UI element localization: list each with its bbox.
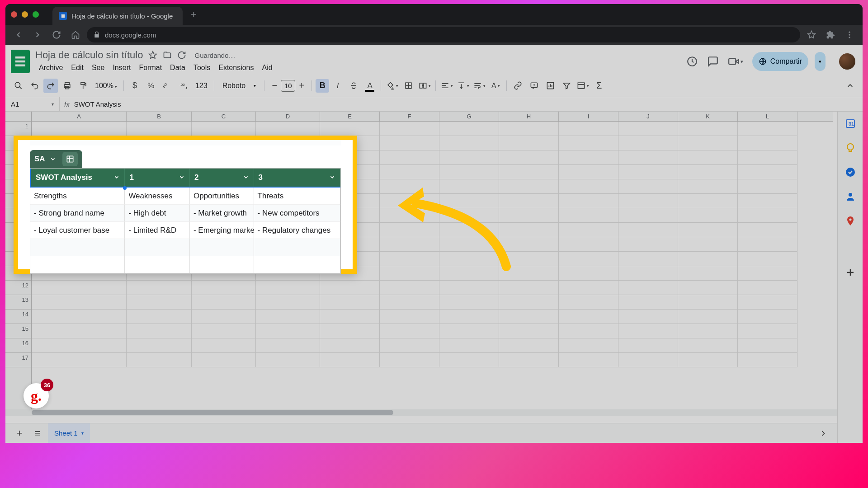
cell[interactable]: [559, 136, 618, 150]
swot-header-cell[interactable]: 2: [190, 169, 254, 187]
column-header[interactable]: K: [678, 112, 738, 121]
cloud-sync-icon[interactable]: [177, 51, 186, 60]
cell[interactable]: [678, 266, 738, 281]
cell[interactable]: [618, 310, 678, 324]
cell[interactable]: [559, 295, 618, 310]
cell[interactable]: [678, 223, 738, 237]
cell[interactable]: [192, 310, 256, 324]
swot-cell[interactable]: - Emerging marke: [190, 222, 254, 239]
cell[interactable]: [678, 136, 738, 150]
cell[interactable]: [559, 310, 618, 324]
cell[interactable]: [559, 252, 618, 266]
share-dropdown-button[interactable]: ▾: [815, 52, 826, 71]
cell[interactable]: [32, 324, 127, 338]
italic-button[interactable]: I: [331, 81, 344, 90]
all-sheets-button[interactable]: ≡: [30, 426, 45, 441]
menu-tools[interactable]: Tools: [190, 62, 214, 74]
text-color-button[interactable]: A: [363, 79, 377, 93]
forward-button[interactable]: [30, 27, 45, 42]
cell[interactable]: [618, 165, 678, 179]
home-button[interactable]: [68, 27, 83, 42]
cell[interactable]: [32, 353, 127, 367]
extensions-button[interactable]: [823, 27, 838, 42]
decrease-font-button[interactable]: −: [268, 80, 281, 92]
swot-header-cell[interactable]: 3: [254, 169, 340, 187]
cell[interactable]: [499, 150, 559, 165]
cell[interactable]: [678, 179, 738, 194]
cell[interactable]: [320, 353, 380, 367]
column-header[interactable]: A: [32, 112, 127, 121]
reload-button[interactable]: [49, 27, 64, 42]
cell[interactable]: [380, 338, 439, 353]
cell[interactable]: [380, 281, 439, 295]
maximize-window-button[interactable]: [33, 11, 39, 18]
column-header[interactable]: H: [499, 112, 559, 121]
sheets-logo-icon[interactable]: [11, 50, 30, 73]
currency-icon[interactable]: $: [127, 79, 142, 93]
cell[interactable]: [439, 122, 499, 136]
cell[interactable]: [380, 295, 439, 310]
cell[interactable]: [192, 324, 256, 338]
search-menus-icon[interactable]: [11, 79, 25, 93]
cell[interactable]: [678, 122, 738, 136]
fill-color-button[interactable]: [385, 79, 399, 93]
print-icon[interactable]: [60, 79, 74, 93]
cell[interactable]: [678, 310, 738, 324]
swot-cell[interactable]: - Limited R&D: [125, 222, 190, 239]
cell[interactable]: [559, 179, 618, 194]
font-selector[interactable]: Roboto▾: [218, 82, 261, 90]
cell[interactable]: [618, 237, 678, 252]
cell[interactable]: [380, 122, 439, 136]
row-header[interactable]: 12: [5, 281, 31, 295]
column-header[interactable]: L: [738, 112, 797, 121]
text-wrap-button[interactable]: [472, 79, 486, 93]
cell[interactable]: [32, 310, 127, 324]
swot-cell[interactable]: Threats: [254, 188, 340, 205]
swot-cell[interactable]: Opportunities: [190, 188, 254, 205]
sheet-tab[interactable]: Sheet 1 ▾: [48, 423, 90, 443]
cell[interactable]: [678, 208, 738, 223]
valign-button[interactable]: [456, 79, 470, 93]
cell[interactable]: [256, 324, 320, 338]
swot-cell[interactable]: [30, 256, 125, 273]
text-rotation-button[interactable]: A: [488, 79, 503, 93]
cell[interactable]: [618, 223, 678, 237]
cell[interactable]: [320, 122, 380, 136]
increase-decimal-icon[interactable]: .00: [176, 79, 191, 93]
swot-cell[interactable]: Weaknesses: [125, 188, 190, 205]
column-header[interactable]: D: [256, 112, 320, 121]
comments-icon[interactable]: [707, 56, 719, 67]
row-header[interactable]: 16: [5, 338, 31, 353]
cell[interactable]: [618, 179, 678, 194]
filter-views-icon[interactable]: [576, 79, 590, 93]
cell[interactable]: [738, 237, 797, 252]
swot-cell[interactable]: - New competitors: [254, 205, 340, 222]
cell[interactable]: [192, 281, 256, 295]
cell[interactable]: [127, 281, 192, 295]
menu-data[interactable]: Data: [166, 62, 189, 74]
menu-format[interactable]: Format: [135, 62, 165, 74]
cell[interactable]: [738, 150, 797, 165]
meet-button[interactable]: ▾: [728, 56, 743, 67]
cell[interactable]: [320, 295, 380, 310]
cell[interactable]: [256, 310, 320, 324]
insert-comment-icon[interactable]: [527, 79, 541, 93]
cell[interactable]: [678, 338, 738, 353]
close-window-button[interactable]: [11, 11, 17, 18]
zoom-selector[interactable]: 100%: [92, 82, 120, 90]
menu-insert[interactable]: Insert: [109, 62, 134, 74]
cell[interactable]: [678, 150, 738, 165]
cell[interactable]: [678, 194, 738, 208]
minimize-window-button[interactable]: [22, 11, 28, 18]
cell[interactable]: [738, 122, 797, 136]
cell[interactable]: [439, 310, 499, 324]
paint-format-icon[interactable]: [76, 79, 90, 93]
insert-chart-icon[interactable]: [543, 79, 557, 93]
cell[interactable]: [678, 324, 738, 338]
cell[interactable]: [127, 122, 192, 136]
cell[interactable]: [439, 136, 499, 150]
tasks-icon[interactable]: [845, 167, 856, 178]
menu-see[interactable]: See: [88, 62, 108, 74]
doc-title[interactable]: Hoja de cálculo sin título: [35, 49, 143, 61]
cell[interactable]: [559, 237, 618, 252]
